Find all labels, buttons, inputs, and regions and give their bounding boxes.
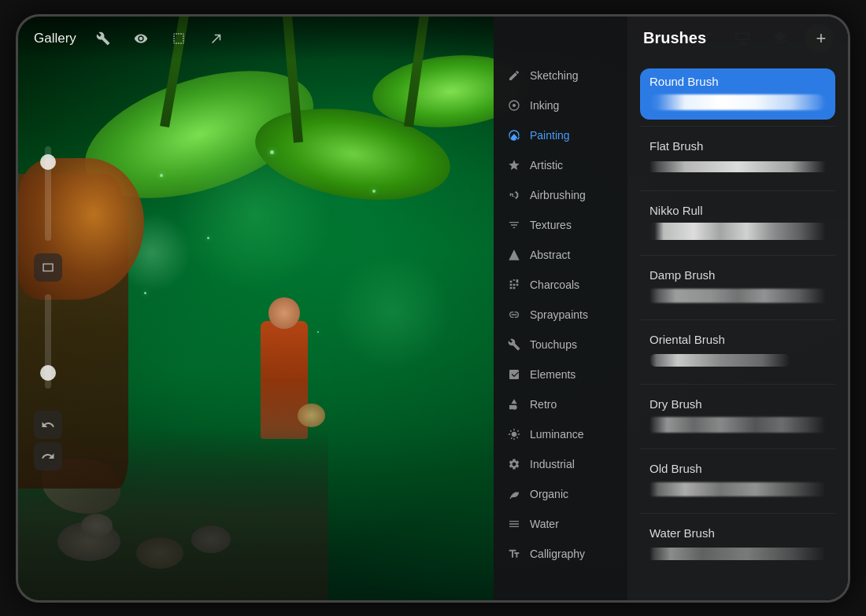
category-touchups-label: Touchups [530,338,577,351]
category-inking[interactable]: Inking [494,90,627,120]
category-painting-label: Painting [530,129,570,142]
category-luminance[interactable]: Luminance [494,419,627,449]
brush-name-water: Water Brush [650,526,826,540]
category-charcoals-label: Charcoals [530,278,579,291]
toolbar-left: Gallery [34,28,228,50]
selection-button[interactable] [168,28,190,50]
redo-button[interactable] [34,442,62,470]
brush-item-dry[interactable]: Dry Brush [627,386,848,447]
square-tool-button[interactable] [34,253,62,282]
category-retro[interactable]: Retro [494,389,627,419]
inking-icon [506,98,522,113]
painting-icon [506,127,522,143]
rock [81,514,113,537]
category-calligraphy[interactable]: Calligraphy [494,539,627,569]
brush-divider [640,448,835,449]
brush-divider [640,255,835,256]
airbrushing-icon [506,187,522,203]
stroke-nikko [650,223,826,240]
wrench-button[interactable] [92,28,114,50]
brush-item-round[interactable]: Round Brush [627,64,848,124]
abstract-icon [506,247,522,263]
category-painting[interactable]: Painting [494,120,627,150]
category-inking-label: Inking [530,99,559,112]
brush-preview-oriental [650,349,826,371]
brush-divider [640,319,835,320]
particle [160,174,163,177]
brush-item-inner-flat: Flat Brush [640,133,835,184]
brush-divider [640,126,835,127]
brush-divider [640,190,835,191]
size-slider[interactable] [45,294,51,389]
brush-item-inner-water: Water Brush [640,520,835,571]
opacity-slider-thumb[interactable] [40,154,56,170]
brush-preview-dry [650,414,826,436]
textures-icon [506,217,522,233]
brush-item-nikko[interactable]: Nikko Rull [627,193,848,253]
brush-preview-nikko [650,220,826,242]
category-sketching[interactable]: Sketching [494,61,627,90]
spraypaints-icon [506,307,522,323]
category-elements[interactable]: Elements [494,360,627,389]
category-luminance-label: Luminance [530,428,584,441]
rock [136,537,183,569]
brush-item-inner-dry: Dry Brush [640,391,835,442]
category-water-label: Water [530,518,559,530]
brush-preview-damp [650,285,826,307]
stroke-water [650,548,826,560]
stroke-damp [650,289,826,303]
luminance-icon [506,426,522,442]
brush-item-flat[interactable]: Flat Brush [627,128,848,189]
category-organic-label: Organic [530,488,568,500]
brush-preview-flat [650,156,826,178]
brush-item-damp[interactable]: Damp Brush [627,257,848,318]
category-calligraphy-label: Calligraphy [530,548,585,560]
brush-preview-round [650,91,826,113]
brush-categories: Sketching Inking Painting [494,17,627,600]
left-sidebar [34,146,62,470]
screen: Gallery [18,17,848,600]
category-industrial-label: Industrial [530,458,575,470]
particle [144,292,146,294]
undo-redo-group [34,411,62,470]
charcoals-icon [506,277,522,293]
brush-divider [640,513,835,514]
brush-item-old[interactable]: Old Brush [627,451,848,511]
opacity-slider[interactable] [45,146,51,241]
category-airbrushing[interactable]: Airbrushing [494,180,627,210]
brush-list: Brushes + Round Brush [627,17,848,600]
category-organic[interactable]: Organic [494,479,627,509]
basket [298,404,325,427]
device-frame: Gallery [16,14,850,603]
calligraphy-icon [506,546,522,562]
particle [270,150,274,154]
category-textures[interactable]: Textures [494,210,627,240]
undo-button[interactable] [34,411,62,439]
category-touchups[interactable]: Touchups [494,330,627,360]
category-abstract[interactable]: Abstract [494,240,627,270]
industrial-icon [506,456,522,472]
adjust-button[interactable] [130,28,152,50]
add-brush-button[interactable]: + [810,28,832,50]
brush-name-oriental: Oriental Brush [650,333,826,346]
category-textures-label: Textures [530,219,572,231]
transform-button[interactable] [205,28,228,50]
category-spraypaints-label: Spraypaints [530,308,588,321]
brush-name-flat: Flat Brush [650,139,826,153]
category-artistic[interactable]: Artistic [494,150,627,180]
brush-item-oriental[interactable]: Oriental Brush [627,322,848,382]
category-charcoals[interactable]: Charcoals [494,270,627,300]
brush-item-inner-old: Old Brush [640,456,835,507]
brush-item-water[interactable]: Water Brush [627,515,848,576]
particle [207,237,209,239]
brush-list-title: Brushes [643,29,706,47]
size-slider-thumb[interactable] [40,365,56,381]
brush-list-header: Brushes + [627,17,848,61]
category-industrial[interactable]: Industrial [494,449,627,479]
gallery-button[interactable]: Gallery [34,31,76,46]
category-spraypaints[interactable]: Spraypaints [494,300,627,330]
category-water[interactable]: Water [494,509,627,539]
brush-preview-water [650,543,826,565]
brush-preview-old [650,478,826,500]
stroke-oriental [650,354,790,367]
